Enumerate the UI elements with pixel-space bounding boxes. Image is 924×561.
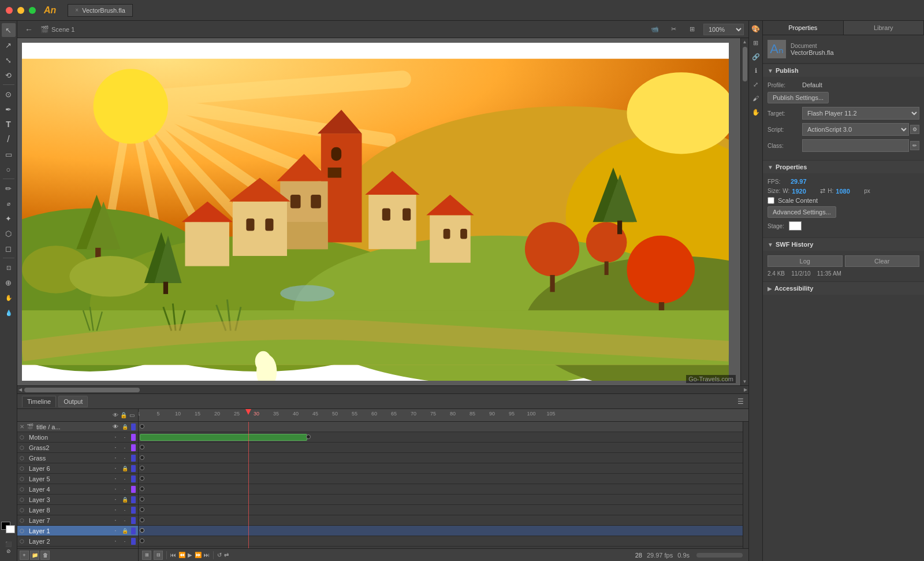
- publish-settings-btn[interactable]: Publish Settings...: [767, 92, 829, 103]
- script-settings-btn[interactable]: ⚙: [910, 125, 919, 134]
- vscroll-down-btn[interactable]: ▼: [743, 379, 747, 384]
- frame-track[interactable]: [139, 515, 748, 526]
- layer-vis[interactable]: ·: [111, 465, 120, 471]
- maximize-button[interactable]: [29, 7, 36, 14]
- layer-vis[interactable]: ·: [111, 486, 120, 492]
- frame-track[interactable]: [139, 443, 748, 453]
- eraser-tool[interactable]: ◻: [2, 242, 16, 255]
- list-item[interactable]: ⬡ Grass · ·: [17, 453, 138, 463]
- list-item[interactable]: ⬡ Motion · ·: [17, 432, 138, 443]
- layer-vis[interactable]: ·: [111, 475, 120, 482]
- swf-clear-btn[interactable]: Clear: [845, 255, 920, 267]
- close-button[interactable]: [6, 7, 13, 14]
- loop-btn[interactable]: ↺: [217, 552, 222, 558]
- frames-tracks[interactable]: [139, 422, 748, 548]
- target-select[interactable]: Flash Player 11.2 Flash Player 9 Flash P…: [802, 107, 919, 120]
- layer-vis[interactable]: ·: [111, 444, 120, 451]
- freetransform-tool[interactable]: ⤡: [2, 53, 16, 67]
- layer-vis[interactable]: ·: [111, 434, 120, 440]
- advanced-settings-btn[interactable]: Advanced Settings...: [767, 206, 836, 218]
- layer-vis[interactable]: 👁: [111, 423, 120, 430]
- tab-output[interactable]: Output: [58, 396, 88, 407]
- vscroll-thumb[interactable]: [743, 47, 747, 81]
- back-arrow[interactable]: ←: [22, 23, 36, 36]
- hscroll-right-btn[interactable]: ▶: [744, 387, 747, 392]
- frame-track[interactable]: [139, 547, 748, 548]
- delete-frame-btn[interactable]: ⊟: [154, 551, 163, 560]
- grid-btn[interactable]: ⊞: [685, 23, 699, 36]
- swap-wh-btn[interactable]: ⇄: [820, 187, 825, 195]
- hand-tool[interactable]: ✋: [2, 291, 16, 304]
- layer-vis[interactable]: ·: [111, 538, 120, 544]
- fill-color-swatch[interactable]: [6, 525, 15, 533]
- no-color-btn[interactable]: ⊘: [5, 548, 12, 554]
- new-layer-btn[interactable]: +: [20, 551, 29, 560]
- oval-tool[interactable]: ○: [2, 162, 16, 176]
- selection-tool[interactable]: ↖: [2, 23, 16, 37]
- hscroll-left-btn[interactable]: ◀: [18, 387, 22, 392]
- layer-lock[interactable]: 🔒: [121, 466, 129, 471]
- frame-track[interactable]: [139, 495, 748, 505]
- list-item[interactable]: ⬡ Layer 4 · ·: [17, 484, 138, 495]
- list-item[interactable]: ✕ 🎬 title / a... 👁 🔒: [17, 422, 138, 432]
- list-item[interactable]: ⬡ Layer 8 · ·: [17, 505, 138, 515]
- zoom-tool[interactable]: ⊕: [2, 276, 16, 289]
- text-tool[interactable]: T: [2, 117, 16, 131]
- layer-lock[interactable]: ·: [121, 486, 129, 492]
- frames-vscrollbar[interactable]: [743, 422, 748, 548]
- black-white-btn[interactable]: ⬛: [5, 541, 12, 547]
- frame-track[interactable]: [139, 463, 748, 474]
- layer-vis[interactable]: ·: [111, 507, 120, 513]
- paint-bucket-tool[interactable]: ⬡: [2, 226, 16, 240]
- pen-tool[interactable]: ✒: [2, 102, 16, 116]
- play-btn[interactable]: ▶: [188, 552, 192, 558]
- stage-color-swatch[interactable]: [789, 221, 802, 231]
- line-tool[interactable]: /: [2, 132, 16, 146]
- panel-icon-grid[interactable]: ⊞: [750, 37, 762, 49]
- skip-to-start-btn[interactable]: ⏮: [170, 552, 176, 558]
- camera-view-btn[interactable]: 📹: [648, 23, 662, 36]
- layer-lock[interactable]: ·: [121, 507, 129, 513]
- minimize-button[interactable]: [17, 7, 24, 14]
- swf-log-btn[interactable]: Log: [767, 255, 843, 267]
- skip-to-end-btn[interactable]: ⏭: [204, 552, 210, 558]
- stage-canvas[interactable]: [22, 43, 729, 381]
- panel-icon-properties[interactable]: 🎨: [750, 23, 762, 35]
- sync-btn[interactable]: ⇄: [224, 552, 229, 558]
- 3d-rotation-tool[interactable]: ⟲: [2, 68, 16, 82]
- file-tab-close[interactable]: ×: [75, 7, 79, 13]
- frame-track-selected[interactable]: [139, 526, 748, 536]
- zoom-select[interactable]: 100% 50% 200%: [703, 24, 744, 35]
- timeline-options-btn[interactable]: ☰: [737, 397, 744, 406]
- step-back-btn[interactable]: ⏪: [178, 552, 185, 558]
- list-item[interactable]: ⬡ Layer 7 · ·: [17, 515, 138, 526]
- panel-icon-resize[interactable]: ⤢: [750, 79, 762, 90]
- list-item[interactable]: ⬡ Layer 5 · ·: [17, 474, 138, 484]
- layer-vis[interactable]: ·: [111, 527, 120, 534]
- new-folder-btn[interactable]: 📁: [30, 551, 39, 560]
- scale-content-checkbox[interactable]: [767, 197, 774, 204]
- frame-track[interactable]: [139, 536, 748, 547]
- layer-lock[interactable]: ·: [121, 538, 129, 544]
- list-item[interactable]: ⬡ Layer 1 · 🔒: [17, 526, 138, 536]
- layer-lock[interactable]: ·: [121, 445, 129, 451]
- frame-track[interactable]: [139, 453, 748, 463]
- pencil-tool[interactable]: ✏: [2, 181, 16, 195]
- timeline-hscroll[interactable]: [696, 553, 743, 558]
- file-tab[interactable]: × VectorBrush.fla: [68, 4, 132, 17]
- hscroll-thumb[interactable]: [24, 388, 140, 392]
- eyedropper-tool[interactable]: 💧: [2, 306, 16, 319]
- add-frame-btn[interactable]: ⊞: [142, 551, 151, 560]
- frame-track[interactable]: [139, 474, 748, 484]
- publish-section-header[interactable]: ▼ Publish: [763, 64, 924, 77]
- layer-lock[interactable]: 🔒: [121, 528, 129, 534]
- panel-icon-hand[interactable]: ✋: [750, 106, 762, 118]
- tab-library[interactable]: Library: [844, 21, 925, 35]
- tab-properties[interactable]: Properties: [763, 21, 844, 35]
- subselection-tool[interactable]: ↗: [2, 38, 16, 52]
- fps-value[interactable]: 29.97: [791, 178, 807, 185]
- frame-track[interactable]: [139, 422, 748, 432]
- delete-layer-btn[interactable]: 🗑: [40, 551, 50, 560]
- frame-track[interactable]: [139, 484, 748, 495]
- layer-lock[interactable]: 🔒: [121, 424, 129, 430]
